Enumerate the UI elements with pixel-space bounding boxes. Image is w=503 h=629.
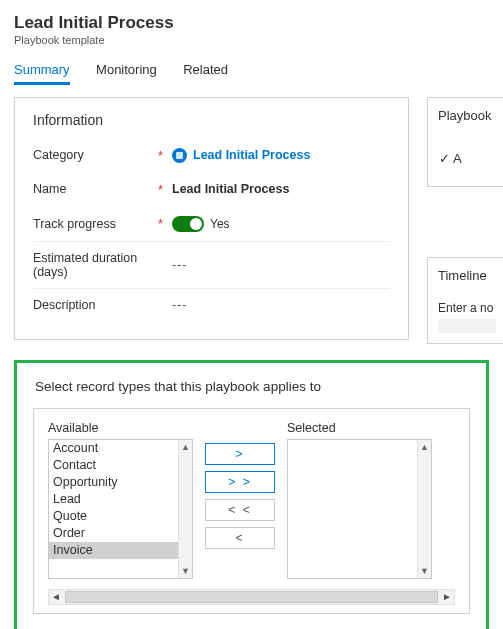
track-progress-toggle[interactable]	[172, 216, 204, 232]
required-indicator: *	[158, 216, 172, 231]
information-heading: Information	[33, 112, 390, 128]
tab-summary[interactable]: Summary	[14, 56, 70, 83]
move-left-button[interactable]: <	[205, 527, 275, 549]
tabs-bar: Summary Monitoring Related	[14, 56, 489, 83]
timeline-note-input[interactable]: Enter a no	[438, 301, 496, 315]
timeline-input-bg	[438, 319, 496, 333]
scrollbar-vertical[interactable]: ▲ ▼	[178, 440, 192, 578]
move-all-left-button[interactable]: < <	[205, 499, 275, 521]
required-indicator: *	[158, 148, 172, 163]
scroll-up-icon[interactable]: ▲	[418, 440, 431, 454]
description-label: Description	[33, 298, 158, 312]
record-types-box: Available AccountContactOpportunityLeadQ…	[33, 408, 470, 614]
list-item[interactable]: Account	[49, 440, 192, 457]
list-item[interactable]: Opportunity	[49, 474, 192, 491]
name-value[interactable]: Lead Initial Process	[172, 182, 289, 196]
category-link[interactable]: Lead Initial Process	[193, 148, 310, 162]
page-subtitle: Playbook template	[14, 34, 489, 46]
available-label: Available	[48, 421, 193, 435]
scroll-right-icon[interactable]: ►	[440, 590, 454, 604]
timeline-title: Timeline	[438, 268, 496, 283]
scroll-up-icon[interactable]: ▲	[179, 440, 192, 454]
description-value[interactable]: ---	[172, 298, 188, 312]
track-progress-value: Yes	[210, 217, 230, 231]
selected-listbox[interactable]: ▲ ▼	[287, 439, 432, 579]
tab-related[interactable]: Related	[183, 56, 228, 83]
category-value[interactable]: Lead Initial Process	[172, 148, 390, 163]
list-item[interactable]: Invoice	[49, 542, 192, 559]
list-item[interactable]: Lead	[49, 491, 192, 508]
name-label: Name	[33, 182, 158, 196]
scrollbar-vertical[interactable]: ▲ ▼	[417, 440, 431, 578]
entity-icon	[172, 148, 187, 163]
playbook-side-title: Playbook	[438, 108, 496, 123]
check-icon: ✓	[438, 151, 450, 166]
horizontal-scrollbar[interactable]: ◄ ►	[48, 589, 455, 605]
scroll-track[interactable]	[65, 591, 438, 603]
tab-monitoring[interactable]: Monitoring	[96, 56, 157, 83]
estimated-duration-label: Estimated duration (days)	[33, 251, 158, 279]
available-listbox[interactable]: AccountContactOpportunityLeadQuoteOrderI…	[48, 439, 193, 579]
information-card: Information Category * Lead Initial Proc…	[14, 97, 409, 340]
scroll-left-icon[interactable]: ◄	[49, 590, 63, 604]
record-types-highlight: Select record types that this playbook a…	[14, 360, 489, 629]
required-indicator: *	[158, 182, 172, 197]
record-types-title: Select record types that this playbook a…	[35, 379, 470, 394]
move-right-button[interactable]: >	[205, 443, 275, 465]
selected-label: Selected	[287, 421, 432, 435]
playbook-side-card: Playbook ✓ A	[427, 97, 503, 187]
track-progress-label: Track progress	[33, 217, 158, 231]
page-title: Lead Initial Process	[14, 14, 489, 33]
timeline-side-card: Timeline Enter a no	[427, 257, 503, 344]
list-item[interactable]: Contact	[49, 457, 192, 474]
category-label: Category	[33, 148, 158, 162]
list-item[interactable]: Quote	[49, 508, 192, 525]
estimated-duration-value[interactable]: ---	[172, 258, 188, 272]
list-item[interactable]: Order	[49, 525, 192, 542]
activity-prefix[interactable]: A	[453, 151, 462, 166]
scroll-down-icon[interactable]: ▼	[179, 564, 192, 578]
move-all-right-button[interactable]: > >	[205, 471, 275, 493]
scroll-down-icon[interactable]: ▼	[418, 564, 431, 578]
